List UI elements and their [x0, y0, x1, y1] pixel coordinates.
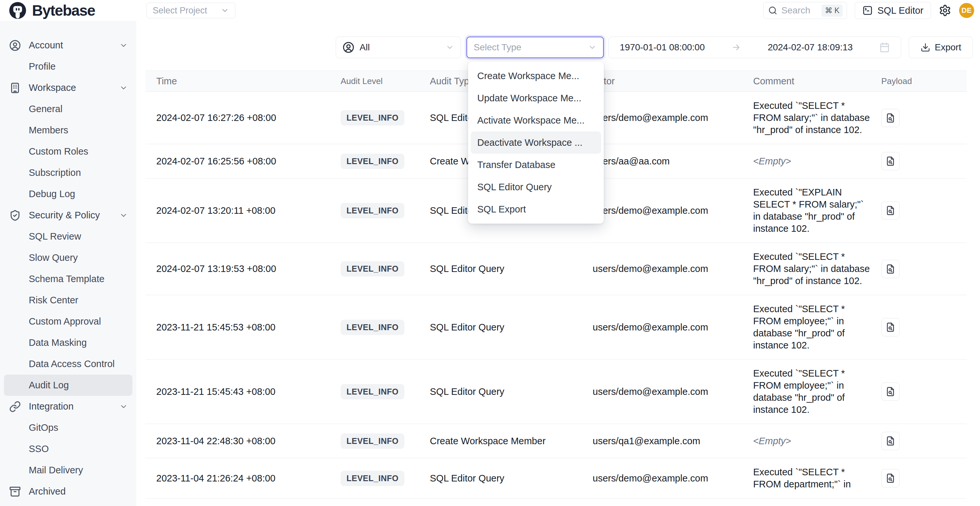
sidebar-item-data-masking[interactable]: Data Masking: [4, 332, 132, 353]
sidebar-item-debug-log[interactable]: Debug Log: [4, 183, 132, 205]
type-option-sql-editor-query[interactable]: SQL Editor Query: [471, 176, 601, 198]
table-row: 2024-02-07 13:19:53 +08:00LEVEL_INFOSQL …: [145, 243, 967, 295]
payload-view-button[interactable]: [881, 382, 900, 401]
sidebar-item-gitops[interactable]: GitOps: [4, 417, 132, 438]
topbar: Bytebase Select Project Search ⌘ K SQL E…: [0, 0, 980, 21]
type-option-activate-workspace-me[interactable]: Activate Workspace Me...: [471, 109, 601, 131]
cell-comment: Executed `"SELECT * FROM employee;"` in …: [753, 303, 881, 352]
sidebar-item-label: Debug Log: [29, 189, 75, 199]
payload-view-button[interactable]: [881, 152, 900, 170]
sidebar-item-profile[interactable]: Profile: [4, 56, 132, 77]
search-input[interactable]: Search ⌘ K: [763, 2, 847, 19]
search-icon: [768, 6, 777, 15]
payload-view-button[interactable]: [881, 260, 900, 278]
sidebar-item-risk-center[interactable]: Risk Center: [4, 290, 132, 311]
gear-icon[interactable]: [939, 4, 951, 17]
cell-payload: [881, 109, 967, 127]
sidebar-item-sso[interactable]: SSO: [4, 438, 132, 460]
cell-time: 2023-11-21 15:45:53 +08:00: [145, 322, 340, 333]
cell-actor: users/demo@example.com: [593, 473, 753, 484]
cell-payload: [881, 432, 967, 450]
cell-payload: [881, 382, 967, 401]
sidebar-item-sql-review[interactable]: SQL Review: [4, 226, 132, 247]
table-row: 2023-11-21 15:45:43 +08:00LEVEL_INFOSQL …: [145, 360, 967, 424]
sidebar-item-mail-delivery[interactable]: Mail Delivery: [4, 460, 132, 481]
topbar-actions: Search ⌘ K SQL Editor DE: [763, 2, 974, 19]
cell-audit-level: LEVEL_INFO: [340, 203, 430, 218]
brand[interactable]: Bytebase: [8, 1, 95, 20]
sidebar-item-data-access-control[interactable]: Data Access Control: [4, 353, 132, 375]
download-icon: [921, 43, 930, 52]
cell-audit-type: SQL Editor Query: [430, 387, 593, 397]
sidebar-item-label: Custom Roles: [29, 146, 88, 157]
type-option-deactivate-workspace[interactable]: Deactivate Workspace ...: [471, 131, 601, 154]
sql-editor-button[interactable]: SQL Editor: [855, 2, 931, 19]
sidebar-item-schema-template[interactable]: Schema Template: [4, 268, 132, 290]
column-header-comment: Comment: [753, 75, 881, 87]
sidebar-item-label: General: [29, 103, 62, 115]
sidebar-item-label: SSO: [29, 444, 49, 454]
search-placeholder: Search: [781, 5, 818, 16]
sidebar-item-integration[interactable]: Integration: [4, 396, 132, 417]
type-filter-placeholder: Select Type: [474, 42, 588, 53]
building-icon: [9, 82, 21, 94]
archive-icon: [9, 486, 21, 498]
actor-filter-value: All: [360, 42, 440, 53]
sidebar-item-label: Archived: [29, 486, 66, 497]
type-option-create-workspace-me[interactable]: Create Workspace Me...: [471, 65, 601, 87]
user-circle-icon: [9, 40, 21, 51]
payload-view-button[interactable]: [881, 432, 900, 450]
actor-filter-select[interactable]: All: [336, 37, 461, 58]
payload-view-button[interactable]: [881, 318, 900, 336]
cell-payload: [881, 260, 967, 278]
bytebase-logo-icon: [8, 1, 27, 20]
sidebar-item-label: Mail Delivery: [29, 465, 83, 476]
payload-view-button[interactable]: [881, 201, 900, 220]
type-option-transfer-database[interactable]: Transfer Database: [471, 154, 601, 176]
chevron-down-icon: [445, 43, 454, 52]
payload-view-button[interactable]: [881, 469, 900, 487]
table-row: 2023-11-04 21:26:24 +08:00LEVEL_INFOSQL …: [145, 458, 967, 498]
project-select-placeholder: Select Project: [153, 6, 207, 16]
search-shortcut-badge: ⌘ K: [821, 5, 843, 17]
level-badge: LEVEL_INFO: [340, 154, 404, 169]
cell-time: 2024-02-07 16:27:26 +08:00: [145, 113, 340, 123]
sidebar-item-general[interactable]: General: [4, 99, 132, 119]
type-option-sql-export[interactable]: SQL Export: [471, 198, 601, 220]
sidebar-item-label: Workspace: [29, 83, 76, 93]
type-filter-select[interactable]: Select Type: [466, 37, 604, 58]
export-button[interactable]: Export: [909, 37, 973, 58]
avatar[interactable]: DE: [959, 3, 974, 18]
cell-payload: [881, 318, 967, 336]
sidebar-item-label: SQL Review: [29, 231, 81, 242]
chevron-down-icon: [119, 41, 128, 50]
sidebar-item-slow-query[interactable]: Slow Query: [4, 247, 132, 268]
sidebar-item-security-policy[interactable]: Security & Policy: [4, 205, 132, 226]
cell-payload: [881, 152, 967, 170]
cell-audit-level: LEVEL_INFO: [340, 320, 430, 335]
cell-actor: users/demo@example.com: [593, 263, 753, 274]
sidebar-item-label: Slow Query: [29, 252, 78, 263]
cell-comment: Executed `"SELECT * FROM employee;"` in …: [753, 368, 881, 416]
type-option-update-workspace-me[interactable]: Update Workspace Me...: [471, 87, 601, 109]
sidebar-item-members[interactable]: Members: [4, 119, 132, 141]
project-select[interactable]: Select Project: [146, 3, 235, 18]
cell-audit-level: LEVEL_INFO: [340, 154, 430, 169]
cell-actor: users/demo@example.com: [593, 113, 753, 123]
sidebar-item-account[interactable]: Account: [4, 35, 132, 56]
date-range-picker[interactable]: 1970-01-01 08:00:00 2024-02-07 18:09:13: [608, 37, 901, 58]
sidebar-item-custom-roles[interactable]: Custom Roles: [4, 141, 132, 162]
sidebar-item-archived[interactable]: Archived: [4, 481, 132, 502]
cell-audit-type: SQL Editor Query: [430, 322, 593, 333]
level-badge: LEVEL_INFO: [340, 471, 404, 486]
sidebar-item-workspace[interactable]: Workspace: [4, 77, 132, 99]
sidebar-item-audit-log[interactable]: Audit Log: [4, 375, 132, 396]
sidebar-item-subscription[interactable]: Subscription: [4, 162, 132, 183]
sidebar-item-custom-approval[interactable]: Custom Approval: [4, 311, 132, 332]
payload-view-button[interactable]: [881, 109, 900, 127]
cell-audit-level: LEVEL_INFO: [340, 433, 430, 449]
sidebar-item-label: Risk Center: [29, 295, 78, 306]
level-badge: LEVEL_INFO: [340, 261, 404, 277]
user-circle-icon: [342, 41, 354, 53]
column-header-time: Time: [145, 76, 340, 87]
